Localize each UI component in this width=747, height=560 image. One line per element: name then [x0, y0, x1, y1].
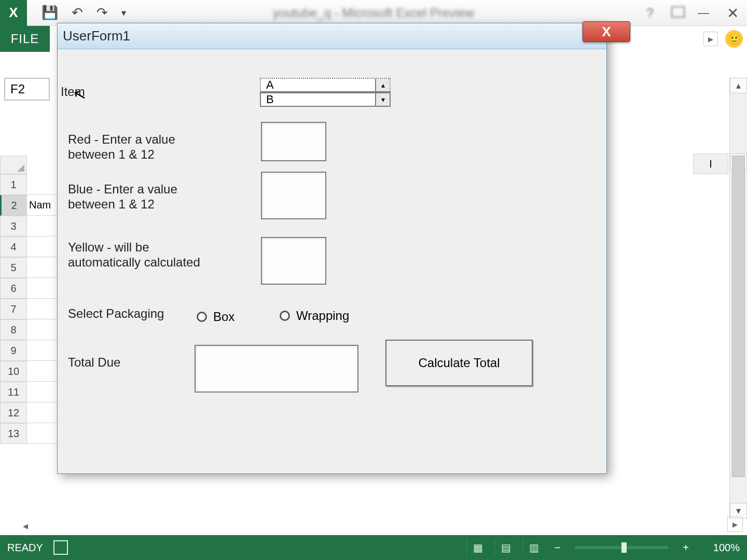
yellow-label: Yellow - will be automatically calculate…	[68, 240, 213, 270]
row-header[interactable]: 3	[0, 216, 27, 236]
dropdown-icon[interactable]: ▾	[375, 93, 390, 106]
close-window-button[interactable]: ✕	[718, 0, 747, 26]
blue-label: Blue - Enter a value between 1 & 12	[68, 182, 213, 212]
redo-icon[interactable]: ↷	[96, 5, 108, 21]
minimize-button[interactable]: —	[689, 0, 718, 26]
row-header[interactable]: 4	[0, 236, 27, 257]
zoom-out-icon[interactable]: −	[550, 542, 565, 554]
file-tab[interactable]: FILE	[0, 26, 50, 52]
row-header[interactable]: 10	[0, 361, 27, 382]
normal-view-icon[interactable]: ▦	[466, 539, 489, 556]
customize-qat-icon[interactable]: ▾	[121, 7, 126, 19]
scrollbar-thumb[interactable]	[732, 156, 745, 477]
page-break-view-icon[interactable]: ▥	[522, 539, 545, 556]
row-header[interactable]: 12	[0, 402, 27, 423]
excel-icon: X	[0, 0, 27, 26]
red-label: Red - Enter a value between 1 & 12	[68, 132, 213, 162]
row-header[interactable]: 1	[0, 174, 27, 195]
cell[interactable]	[27, 174, 58, 195]
quick-access-toolbar: 💾 ↶ ↷ ▾	[42, 5, 126, 21]
cell[interactable]	[27, 361, 58, 382]
cell[interactable]	[27, 299, 58, 319]
help-icon[interactable]: ?	[646, 5, 654, 21]
calculate-total-button[interactable]: Calculate Total	[385, 340, 533, 386]
window-title: youtube_q - Microsoft Excel Preview	[273, 6, 474, 20]
blue-input[interactable]	[261, 172, 326, 219]
row-header[interactable]: 2	[0, 195, 27, 216]
item-combobox[interactable]: A ▴ B ▾	[260, 78, 391, 107]
column-header-i[interactable]: I	[693, 153, 728, 174]
yellow-output	[261, 237, 326, 285]
packaging-label: Select Packaging	[68, 306, 164, 321]
ribbon-collapse-icon[interactable]: ▸	[703, 32, 718, 46]
worksheet-grid: 1 2 3 4 5 6 7 8 9 10 11 12 13 Nam	[0, 156, 58, 535]
cell[interactable]	[27, 423, 58, 444]
window-controls: — ✕	[689, 0, 747, 26]
spin-up-icon[interactable]: ▴	[375, 79, 390, 91]
status-ready: READY	[7, 542, 43, 554]
cell[interactable]	[27, 216, 58, 236]
macro-record-icon[interactable]	[53, 540, 68, 555]
row-header[interactable]: 11	[0, 382, 27, 402]
item-label: Item	[61, 85, 85, 100]
row-header[interactable]: 8	[0, 319, 27, 340]
row-header[interactable]: 6	[0, 278, 27, 299]
combo-value: A	[266, 78, 274, 92]
cell[interactable]	[27, 236, 58, 257]
dialog-close-button[interactable]: X	[583, 21, 630, 42]
status-bar: READY ▦ ▤ ▥ − + 100%	[0, 535, 747, 560]
row-header[interactable]: 9	[0, 340, 27, 361]
combo-option-a[interactable]: A ▴	[260, 78, 391, 92]
cell[interactable]	[27, 402, 58, 423]
radio-icon	[280, 311, 290, 321]
app-titlebar: X 💾 ↶ ↷ ▾ youtube_q - Microsoft Excel Pr…	[0, 0, 747, 26]
radio-label: Wrapping	[296, 309, 349, 323]
zoom-slider-handle[interactable]	[621, 542, 627, 553]
cell[interactable]: Nam	[27, 195, 58, 216]
total-due-label: Total Due	[68, 355, 120, 370]
dialog-title: UserForm1	[58, 23, 606, 49]
row-header[interactable]: 5	[0, 257, 27, 278]
zoom-slider[interactable]	[575, 546, 668, 549]
radio-icon	[197, 312, 207, 322]
zoom-value[interactable]: 100%	[698, 542, 740, 554]
save-icon[interactable]: 💾	[42, 5, 58, 21]
red-input[interactable]	[261, 122, 326, 161]
sheet-tab-scroll-right-icon[interactable]: ▸	[727, 516, 743, 532]
radio-box[interactable]: Box	[197, 310, 234, 324]
row-header[interactable]: 13	[0, 423, 27, 444]
name-box[interactable]: F2	[4, 78, 50, 101]
row-header[interactable]: 7	[0, 299, 27, 319]
zoom-in-icon[interactable]: +	[679, 542, 693, 554]
userform-dialog: UserForm1 X Item ↖ A ▴ B ▾ Red - Enter a…	[57, 23, 607, 474]
cell[interactable]	[27, 278, 58, 299]
cell[interactable]	[27, 382, 58, 402]
page-layout-view-icon[interactable]: ▤	[494, 539, 517, 556]
feedback-smiley-icon[interactable]: 🙂	[725, 30, 743, 48]
cell[interactable]	[27, 257, 58, 278]
ribbon-display-icon[interactable]	[671, 6, 685, 18]
scroll-up-icon[interactable]: ▴	[730, 78, 747, 93]
vertical-scrollbar[interactable]: ▴ ▴ ▾	[729, 78, 747, 519]
combo-option-b[interactable]: B ▾	[260, 92, 391, 107]
cell[interactable]	[27, 319, 58, 340]
undo-icon[interactable]: ↶	[72, 5, 83, 21]
total-due-output	[195, 345, 358, 393]
radio-label: Box	[213, 310, 234, 324]
cell[interactable]	[27, 340, 58, 361]
radio-wrapping[interactable]: Wrapping	[280, 309, 349, 323]
select-all-corner[interactable]	[0, 156, 27, 174]
sheet-tab-scroll-left-icon[interactable]: ◂	[23, 520, 28, 532]
combo-value: B	[266, 93, 274, 106]
